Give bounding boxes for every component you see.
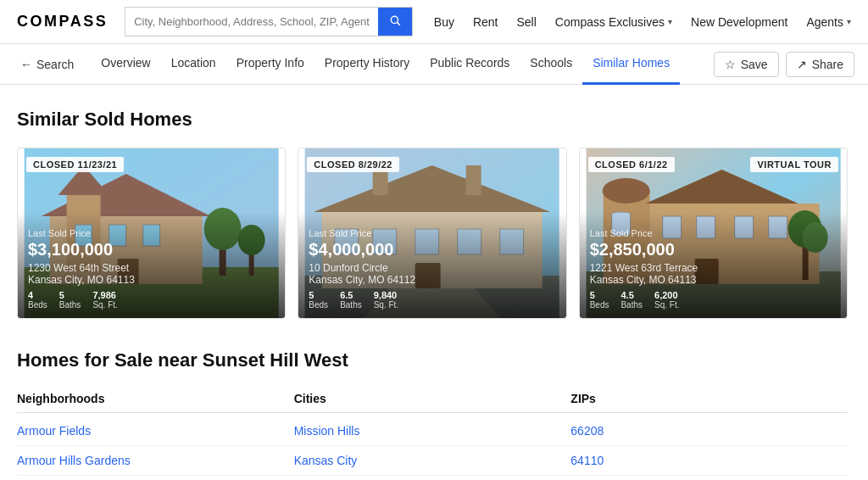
property-card-2[interactable]: CLOSED 8/29/22 Last Sold Price $4,000,00… [298, 148, 566, 319]
card-2-last-sold-label: Last Sold Price [309, 228, 555, 238]
card-3-stats: 5 Beds 4.5 Baths 6,200 Sq. Ft. [590, 290, 837, 310]
back-arrow-icon: ← [20, 58, 32, 71]
property-cards-row: CLOSED 11/23/21 Last Sold Price $3,100,0… [17, 148, 848, 319]
card-2-stats: 5 Beds 6.5 Baths 9,840 Sq. Ft. [309, 290, 555, 310]
table-row: Armour Hills Gardens Kansas City 64110 [17, 446, 848, 476]
svg-rect-21 [466, 165, 481, 195]
card-2-badge: CLOSED 8/29/22 [307, 157, 399, 172]
neighborhood-armour-hills-gardens[interactable]: Armour Hills Gardens [17, 454, 294, 467]
sub-nav-actions: ☆ Save ↗ Share [714, 52, 854, 77]
card-1-overlay: Last Sold Price $3,100,000 1230 West 64t… [18, 211, 285, 318]
table-row: Armour Fields Mission Hills 66208 [17, 416, 848, 446]
tab-property-history[interactable]: Property History [314, 44, 420, 85]
tab-overview[interactable]: Overview [91, 44, 160, 85]
card-1-stats: 4 Beds 5 Baths 7,986 Sq. Ft. [28, 290, 275, 310]
nav-new-development[interactable]: New Development [691, 15, 787, 29]
col-zips-header: ZIPs [570, 392, 848, 405]
card-3-badge: CLOSED 6/1/22 [588, 157, 675, 172]
search-icon [389, 14, 401, 26]
zip-66208[interactable]: 66208 [570, 424, 848, 438]
card-3-overlay: Last Sold Price $2,850,000 1221 West 63r… [580, 211, 847, 318]
neighborhoods-table: Neighborhoods Cities ZIPs Armour Fields … [17, 385, 848, 480]
svg-point-33 [602, 178, 649, 204]
nav-links: Buy Rent Sell Compass Exclusives ▾ New D… [434, 15, 851, 29]
nav-agents[interactable]: Agents ▾ [806, 15, 851, 29]
star-icon: ☆ [725, 58, 736, 71]
nav-sell[interactable]: Sell [517, 15, 537, 29]
homes-for-sale-title: Homes for Sale near Sunset Hill West [17, 349, 848, 371]
tab-similar-homes[interactable]: Similar Homes [582, 44, 680, 85]
card-1-badge: CLOSED 11/23/21 [26, 157, 124, 172]
tab-schools[interactable]: Schools [520, 44, 582, 85]
search-bar [125, 7, 413, 36]
table-header: Neighborhoods Cities ZIPs [17, 385, 848, 413]
card-2-city: Kansas City, MO 64112 [309, 274, 555, 286]
card-2-price: $4,000,000 [309, 240, 555, 260]
card-1-baths: 5 Baths [59, 290, 81, 310]
tab-location[interactable]: Location [161, 44, 226, 85]
card-3-city: Kansas City, MO 64113 [590, 274, 837, 286]
card-3-address: 1221 West 63rd Terrace [590, 262, 837, 274]
card-3-virtual-badge: VIRTUAL TOUR [750, 157, 838, 172]
nav-compass-exclusives[interactable]: Compass Exclusives ▾ [555, 15, 672, 29]
card-1-beds: 4 Beds [28, 290, 47, 310]
nav-buy[interactable]: Buy [434, 15, 454, 29]
save-button[interactable]: ☆ Save [714, 52, 779, 77]
logo: COMPASS [17, 13, 108, 31]
neighborhood-armour-fields[interactable]: Armour Fields [17, 424, 294, 438]
card-1-sqft: 7,986 Sq. Ft. [92, 290, 117, 310]
card-1-last-sold-label: Last Sold Price [28, 228, 275, 238]
card-2-sqft: 9,840 Sq. Ft. [374, 290, 398, 310]
svg-point-0 [392, 16, 398, 23]
search-input[interactable] [125, 9, 378, 34]
card-3-image: CLOSED 6/1/22 VIRTUAL TOUR Last Sold Pri… [580, 148, 847, 318]
sub-nav: ← Search Overview Location Property Info… [0, 44, 868, 85]
back-button[interactable]: ← Search [14, 54, 81, 75]
col-cities-header: Cities [294, 392, 571, 405]
agents-chevron: ▾ [847, 17, 851, 26]
agents-label: Agents [806, 15, 843, 29]
svg-line-1 [398, 23, 400, 25]
property-card-3[interactable]: CLOSED 6/1/22 VIRTUAL TOUR Last Sold Pri… [579, 148, 848, 319]
compass-exclusives-chevron: ▾ [668, 17, 672, 26]
card-1-address: 1230 West 64th Street [28, 262, 275, 274]
zip-64110[interactable]: 64110 [570, 454, 848, 467]
similar-sold-title: Similar Sold Homes [17, 109, 848, 131]
nav-rent[interactable]: Rent [473, 15, 498, 29]
tab-property-info[interactable]: Property Info [226, 44, 314, 85]
card-2-beds: 5 Beds [309, 290, 328, 310]
back-label: Search [36, 58, 74, 71]
card-1-price: $3,100,000 [28, 240, 275, 260]
main-content: Similar Sold Homes [0, 85, 865, 480]
card-3-sqft: 6,200 Sq. Ft. [654, 290, 679, 310]
table-row: Country Club Prairie Village 64112 [17, 476, 848, 480]
card-2-address: 10 Dunford Circle [309, 262, 555, 274]
card-3-last-sold-label: Last Sold Price [590, 228, 837, 238]
card-2-image: CLOSED 8/29/22 Last Sold Price $4,000,00… [298, 148, 565, 318]
compass-exclusives-label: Compass Exclusives [555, 15, 665, 29]
share-button[interactable]: ↗ Share [786, 52, 854, 77]
col-neighborhoods-header: Neighborhoods [17, 392, 294, 405]
card-3-price: $2,850,000 [590, 240, 837, 260]
top-nav: COMPASS Buy Rent Sell Compass Exclusives… [0, 0, 868, 44]
card-3-beds: 5 Beds [590, 290, 609, 310]
card-2-baths: 6.5 Baths [340, 290, 362, 310]
card-1-city: Kansas City, MO 64113 [28, 274, 275, 286]
share-icon: ↗ [797, 58, 807, 71]
card-2-overlay: Last Sold Price $4,000,000 10 Dunford Ci… [298, 211, 565, 318]
search-button[interactable] [378, 8, 412, 36]
city-mission-hills[interactable]: Mission Hills [294, 424, 571, 438]
tab-public-records[interactable]: Public Records [420, 44, 520, 85]
property-card-1[interactable]: CLOSED 11/23/21 Last Sold Price $3,100,0… [17, 148, 286, 319]
card-1-image: CLOSED 11/23/21 Last Sold Price $3,100,0… [18, 148, 285, 318]
card-3-baths: 4.5 Baths [620, 290, 643, 310]
city-kansas-city[interactable]: Kansas City [294, 454, 571, 467]
